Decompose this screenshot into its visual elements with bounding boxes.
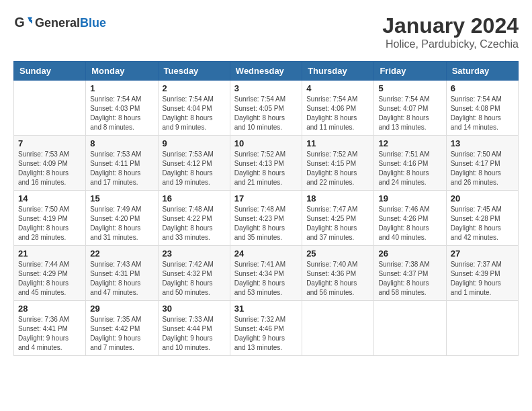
col-header-friday: Friday bbox=[374, 62, 446, 81]
day-info: Sunrise: 7:54 AM Sunset: 4:07 PM Dayligh… bbox=[378, 95, 441, 132]
day-number: 19 bbox=[378, 193, 441, 203]
day-info: Sunrise: 7:33 AM Sunset: 4:44 PM Dayligh… bbox=[163, 315, 226, 353]
day-cell: 6Sunrise: 7:54 AM Sunset: 4:08 PM Daylig… bbox=[446, 81, 518, 136]
day-cell: 26Sunrise: 7:38 AM Sunset: 4:37 PM Dayli… bbox=[374, 246, 446, 301]
col-header-sunday: Sunday bbox=[14, 62, 86, 81]
day-info: Sunrise: 7:43 AM Sunset: 4:31 PM Dayligh… bbox=[90, 260, 153, 298]
day-info: Sunrise: 7:47 AM Sunset: 4:25 PM Dayligh… bbox=[306, 205, 369, 242]
day-info: Sunrise: 7:54 AM Sunset: 4:05 PM Dayligh… bbox=[234, 95, 298, 132]
day-cell: 14Sunrise: 7:50 AM Sunset: 4:19 PM Dayli… bbox=[14, 191, 86, 246]
day-number: 25 bbox=[306, 248, 369, 259]
day-cell: 10Sunrise: 7:52 AM Sunset: 4:13 PM Dayli… bbox=[230, 136, 302, 191]
day-number: 27 bbox=[451, 248, 514, 259]
day-number: 15 bbox=[90, 193, 153, 203]
header: G GeneralBlue January 2024 Holice, Pardu… bbox=[13, 13, 519, 50]
day-number: 18 bbox=[306, 193, 369, 203]
day-cell: 7Sunrise: 7:53 AM Sunset: 4:09 PM Daylig… bbox=[14, 136, 86, 191]
svg-text:G: G bbox=[14, 15, 24, 30]
day-number: 7 bbox=[18, 138, 81, 148]
day-number: 28 bbox=[18, 304, 81, 314]
calendar-header: SundayMondayTuesdayWednesdayThursdayFrid… bbox=[14, 62, 519, 81]
day-cell: 12Sunrise: 7:51 AM Sunset: 4:16 PM Dayli… bbox=[374, 136, 446, 191]
day-info: Sunrise: 7:44 AM Sunset: 4:29 PM Dayligh… bbox=[18, 260, 81, 298]
day-cell bbox=[14, 81, 86, 136]
day-info: Sunrise: 7:48 AM Sunset: 4:22 PM Dayligh… bbox=[163, 205, 226, 242]
day-cell: 28Sunrise: 7:36 AM Sunset: 4:41 PM Dayli… bbox=[14, 301, 86, 356]
day-cell: 4Sunrise: 7:54 AM Sunset: 4:06 PM Daylig… bbox=[302, 81, 374, 136]
day-number: 31 bbox=[234, 304, 298, 314]
day-info: Sunrise: 7:51 AM Sunset: 4:16 PM Dayligh… bbox=[378, 150, 441, 187]
day-info: Sunrise: 7:52 AM Sunset: 4:13 PM Dayligh… bbox=[234, 150, 298, 187]
day-cell: 17Sunrise: 7:48 AM Sunset: 4:23 PM Dayli… bbox=[230, 191, 302, 246]
week-row-5: 28Sunrise: 7:36 AM Sunset: 4:41 PM Dayli… bbox=[14, 301, 519, 356]
day-cell: 24Sunrise: 7:41 AM Sunset: 4:34 PM Dayli… bbox=[230, 246, 302, 301]
logo: G GeneralBlue bbox=[13, 13, 106, 32]
day-number: 21 bbox=[18, 248, 81, 259]
calendar-subtitle: Holice, Pardubicky, Czechia bbox=[382, 38, 519, 50]
day-cell: 1Sunrise: 7:54 AM Sunset: 4:03 PM Daylig… bbox=[86, 81, 158, 136]
day-info: Sunrise: 7:49 AM Sunset: 4:20 PM Dayligh… bbox=[90, 205, 153, 242]
day-cell: 3Sunrise: 7:54 AM Sunset: 4:05 PM Daylig… bbox=[230, 81, 302, 136]
day-cell: 11Sunrise: 7:52 AM Sunset: 4:15 PM Dayli… bbox=[302, 136, 374, 191]
logo-general: General bbox=[35, 16, 80, 30]
day-cell: 23Sunrise: 7:42 AM Sunset: 4:32 PM Dayli… bbox=[158, 246, 230, 301]
week-row-4: 21Sunrise: 7:44 AM Sunset: 4:29 PM Dayli… bbox=[14, 246, 519, 301]
day-number: 13 bbox=[451, 138, 514, 148]
col-header-thursday: Thursday bbox=[302, 62, 374, 81]
day-info: Sunrise: 7:41 AM Sunset: 4:34 PM Dayligh… bbox=[234, 260, 298, 298]
day-number: 1 bbox=[90, 83, 153, 93]
day-info: Sunrise: 7:32 AM Sunset: 4:46 PM Dayligh… bbox=[234, 315, 298, 353]
day-cell: 31Sunrise: 7:32 AM Sunset: 4:46 PM Dayli… bbox=[230, 301, 302, 356]
week-row-3: 14Sunrise: 7:50 AM Sunset: 4:19 PM Dayli… bbox=[14, 191, 519, 246]
day-info: Sunrise: 7:42 AM Sunset: 4:32 PM Dayligh… bbox=[163, 260, 226, 298]
col-header-saturday: Saturday bbox=[446, 62, 518, 81]
day-info: Sunrise: 7:50 AM Sunset: 4:17 PM Dayligh… bbox=[451, 150, 514, 187]
day-info: Sunrise: 7:40 AM Sunset: 4:36 PM Dayligh… bbox=[306, 260, 369, 298]
day-number: 10 bbox=[234, 138, 298, 148]
day-cell: 15Sunrise: 7:49 AM Sunset: 4:20 PM Dayli… bbox=[86, 191, 158, 246]
day-number: 29 bbox=[90, 304, 153, 314]
day-cell bbox=[302, 301, 374, 356]
svg-marker-2 bbox=[28, 20, 32, 24]
day-info: Sunrise: 7:54 AM Sunset: 4:08 PM Dayligh… bbox=[451, 95, 514, 132]
week-row-1: 1Sunrise: 7:54 AM Sunset: 4:03 PM Daylig… bbox=[14, 81, 519, 136]
day-number: 26 bbox=[378, 248, 441, 259]
day-number: 22 bbox=[90, 248, 153, 259]
day-info: Sunrise: 7:48 AM Sunset: 4:23 PM Dayligh… bbox=[234, 205, 298, 242]
day-info: Sunrise: 7:53 AM Sunset: 4:09 PM Dayligh… bbox=[18, 150, 81, 187]
header-row: SundayMondayTuesdayWednesdayThursdayFrid… bbox=[14, 62, 519, 81]
day-number: 24 bbox=[234, 248, 298, 259]
day-number: 2 bbox=[163, 83, 226, 93]
day-number: 23 bbox=[163, 248, 226, 259]
day-number: 11 bbox=[306, 138, 369, 148]
day-cell: 9Sunrise: 7:53 AM Sunset: 4:12 PM Daylig… bbox=[158, 136, 230, 191]
day-info: Sunrise: 7:35 AM Sunset: 4:42 PM Dayligh… bbox=[90, 315, 153, 353]
col-header-monday: Monday bbox=[86, 62, 158, 81]
calendar-title: January 2024 bbox=[382, 13, 519, 38]
day-cell bbox=[446, 301, 518, 356]
day-number: 3 bbox=[234, 83, 298, 93]
day-cell: 29Sunrise: 7:35 AM Sunset: 4:42 PM Dayli… bbox=[86, 301, 158, 356]
day-cell: 13Sunrise: 7:50 AM Sunset: 4:17 PM Dayli… bbox=[446, 136, 518, 191]
day-cell: 21Sunrise: 7:44 AM Sunset: 4:29 PM Dayli… bbox=[14, 246, 86, 301]
day-info: Sunrise: 7:45 AM Sunset: 4:28 PM Dayligh… bbox=[451, 205, 514, 242]
col-header-tuesday: Tuesday bbox=[158, 62, 230, 81]
day-info: Sunrise: 7:50 AM Sunset: 4:19 PM Dayligh… bbox=[18, 205, 81, 242]
day-number: 20 bbox=[451, 193, 514, 203]
day-cell: 18Sunrise: 7:47 AM Sunset: 4:25 PM Dayli… bbox=[302, 191, 374, 246]
col-header-wednesday: Wednesday bbox=[230, 62, 302, 81]
day-number: 4 bbox=[306, 83, 369, 93]
title-area: January 2024 Holice, Pardubicky, Czechia bbox=[382, 13, 519, 50]
day-cell: 2Sunrise: 7:54 AM Sunset: 4:04 PM Daylig… bbox=[158, 81, 230, 136]
day-info: Sunrise: 7:46 AM Sunset: 4:26 PM Dayligh… bbox=[378, 205, 441, 242]
day-cell bbox=[374, 301, 446, 356]
day-number: 8 bbox=[90, 138, 153, 148]
day-info: Sunrise: 7:54 AM Sunset: 4:06 PM Dayligh… bbox=[306, 95, 369, 132]
day-info: Sunrise: 7:53 AM Sunset: 4:12 PM Dayligh… bbox=[163, 150, 226, 187]
day-number: 30 bbox=[163, 304, 226, 314]
day-cell: 30Sunrise: 7:33 AM Sunset: 4:44 PM Dayli… bbox=[158, 301, 230, 356]
day-cell: 22Sunrise: 7:43 AM Sunset: 4:31 PM Dayli… bbox=[86, 246, 158, 301]
week-row-2: 7Sunrise: 7:53 AM Sunset: 4:09 PM Daylig… bbox=[14, 136, 519, 191]
day-info: Sunrise: 7:52 AM Sunset: 4:15 PM Dayligh… bbox=[306, 150, 369, 187]
day-info: Sunrise: 7:36 AM Sunset: 4:41 PM Dayligh… bbox=[18, 315, 81, 353]
